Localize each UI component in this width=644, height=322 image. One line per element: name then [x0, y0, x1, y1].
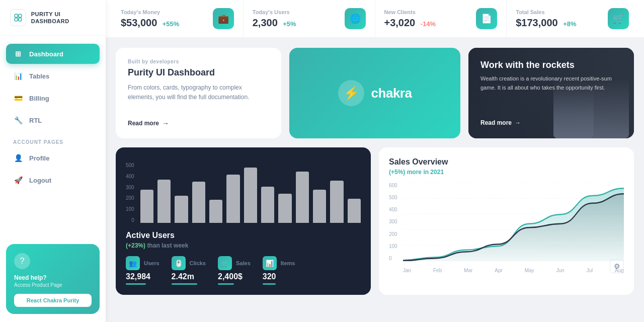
- active-users-chart-card: 5004003002001000 Active Users (+23%) tha…: [116, 147, 371, 295]
- sidebar-item-profile[interactable]: 👤Profile: [6, 148, 100, 168]
- sales-x-label: Apr: [495, 268, 503, 273]
- sales-svg: [403, 183, 624, 261]
- sales-x-labels: JanFebMarAprMayJunJulAug: [403, 268, 624, 273]
- chart-bar-11: [330, 181, 343, 223]
- active-users-suffix: than last week: [147, 242, 188, 249]
- chakra-text: chakra: [371, 86, 412, 101]
- stat-label: Total Sales: [516, 9, 576, 15]
- arrow-icon: →: [162, 119, 169, 127]
- sidebar-label-profile: Profile: [29, 154, 49, 162]
- content-area: Built by developers Purity UI Dashboard …: [106, 38, 644, 300]
- stats-row: Today's Money $53,000 +55% 💼 Today's Use…: [106, 0, 644, 38]
- dark-card-content: Work with the rockets Wealth creation is…: [480, 60, 622, 92]
- logout-icon: 🚀: [13, 175, 23, 185]
- sidebar-item-rtl[interactable]: 🔧RTL: [6, 110, 100, 130]
- active-users-title: Active Users: [126, 231, 361, 240]
- chart-stat-value: 32,984: [126, 272, 159, 281]
- stat-value: $53,000: [121, 17, 157, 28]
- sidebar-item-logout[interactable]: 🚀Logout: [6, 170, 100, 190]
- dashboard-icon: ⊞: [13, 49, 23, 59]
- sidebar-nav: ⊞Dashboard📊Tables💳Billing🔧RTL ACCOUNT PA…: [0, 36, 106, 236]
- chart-stat-progress: [172, 283, 197, 285]
- chart-stat-progress: [218, 283, 234, 285]
- sales-y-label: 500: [389, 195, 397, 200]
- chart-stat-clicks: 🖱️ Clicks 2.42m: [172, 256, 206, 285]
- chart-stat-progress: [263, 283, 276, 285]
- sidebar-item-billing[interactable]: 💳Billing: [6, 88, 100, 108]
- chart-bar-7: [261, 187, 274, 223]
- gear-icon[interactable]: ⚙: [610, 259, 624, 273]
- stat-icon: 📄: [476, 8, 497, 29]
- dark-read-more-text: Read more: [480, 119, 512, 126]
- info-card: Built by developers Purity UI Dashboard …: [116, 48, 281, 138]
- main-content: Today's Money $53,000 +55% 💼 Today's Use…: [106, 0, 644, 322]
- chart-bar-12: [348, 199, 361, 223]
- sales-y-label: 200: [389, 231, 397, 237]
- profile-icon: 👤: [13, 153, 23, 163]
- sales-highlight: (+5%) more: [389, 169, 422, 176]
- sales-y-label: 400: [389, 207, 397, 212]
- chart-stat-sales: 🛒 Sales 2,400$: [218, 256, 251, 285]
- y-label: 500: [126, 163, 134, 168]
- sales-x-label: Jul: [586, 268, 593, 273]
- chart-stat-value: 2,400$: [218, 272, 251, 281]
- sales-title: Sales Overview: [389, 157, 624, 167]
- help-button[interactable]: React Chakra Purity: [14, 294, 92, 307]
- dark-card-desc: Wealth creation is a revolutionary recen…: [480, 74, 622, 92]
- read-more-text: Read more: [128, 120, 159, 127]
- chart-bar-9: [296, 172, 309, 223]
- svg-rect-0: [15, 14, 18, 17]
- y-label: 100: [126, 206, 134, 212]
- sales-y-label: 600: [389, 183, 397, 188]
- sidebar-label-rtl: RTL: [29, 117, 42, 124]
- bottom-row: 5004003002001000 Active Users (+23%) tha…: [116, 147, 634, 295]
- chart-stat-label: Users: [144, 260, 159, 266]
- sales-x-label: Jan: [403, 268, 411, 273]
- sales-y-labels: 6005004003002001000: [389, 183, 397, 261]
- sidebar-label-dashboard: Dashboard: [29, 50, 63, 58]
- dark-card-title: Work with the rockets: [480, 60, 622, 70]
- y-label: 400: [126, 174, 134, 179]
- sales-x-label: Mar: [464, 268, 472, 273]
- sales-svg-area: [403, 183, 624, 261]
- sidebar-label-logout: Logout: [29, 177, 51, 184]
- chart-stat-icon-row: 📊 Items: [263, 256, 295, 270]
- y-label: 0: [126, 217, 134, 223]
- read-more-link[interactable]: Read more →: [128, 119, 269, 127]
- chart-stat-label: Items: [281, 260, 295, 266]
- stat-change: +8%: [563, 20, 576, 28]
- stat-card-today's-money: Today's Money $53,000 +55% 💼: [112, 0, 244, 37]
- chart-stat-icon-row: 🛒 Sales: [218, 256, 251, 270]
- svg-rect-1: [19, 14, 22, 17]
- dark-read-more-link[interactable]: Read more →: [480, 119, 622, 126]
- stat-label: Today's Users: [253, 9, 296, 15]
- stat-value: 2,300: [253, 17, 278, 28]
- help-card: ? Need help? Access Product Page React C…: [6, 244, 100, 314]
- chart-bar-1: [157, 180, 171, 223]
- lightning-icon: ⚡: [343, 86, 359, 101]
- stat-icon: 🌐: [345, 8, 366, 29]
- chart-bar-10: [313, 190, 326, 223]
- sales-subtitle: (+5%) more in 2021: [389, 169, 624, 176]
- chart-stat-label: Clicks: [190, 260, 206, 266]
- info-card-desc: From colors, cards, typography to comple…: [128, 83, 269, 102]
- logo-icon: [10, 9, 26, 26]
- tables-icon: 📊: [13, 71, 23, 81]
- chart-stat-icon-row: 🖱️ Clicks: [172, 256, 206, 270]
- dark-arrow-icon: →: [515, 119, 521, 126]
- active-users-subtitle: (+23%) than last week: [126, 242, 361, 249]
- stat-card-total-sales: Total Sales $173,000 +8% 🛒: [507, 0, 638, 37]
- stat-card-today's-users: Today's Users 2,300 +5% 🌐: [244, 0, 375, 37]
- stat-label: New Clients: [384, 9, 436, 15]
- chart-bar-5: [226, 175, 239, 223]
- svg-rect-3: [19, 18, 22, 21]
- info-card-title: Purity UI Dashboard: [128, 67, 269, 78]
- sidebar-item-tables[interactable]: 📊Tables: [6, 66, 100, 86]
- black-fill-area: [403, 194, 624, 261]
- svg-rect-2: [15, 18, 18, 21]
- built-by-label: Built by developers: [128, 59, 269, 64]
- sales-y-label: 100: [389, 244, 397, 249]
- chakra-card: ⚡ chakra: [289, 48, 460, 138]
- sidebar-item-dashboard[interactable]: ⊞Dashboard: [6, 44, 100, 64]
- stat-value: +3,020: [384, 17, 416, 28]
